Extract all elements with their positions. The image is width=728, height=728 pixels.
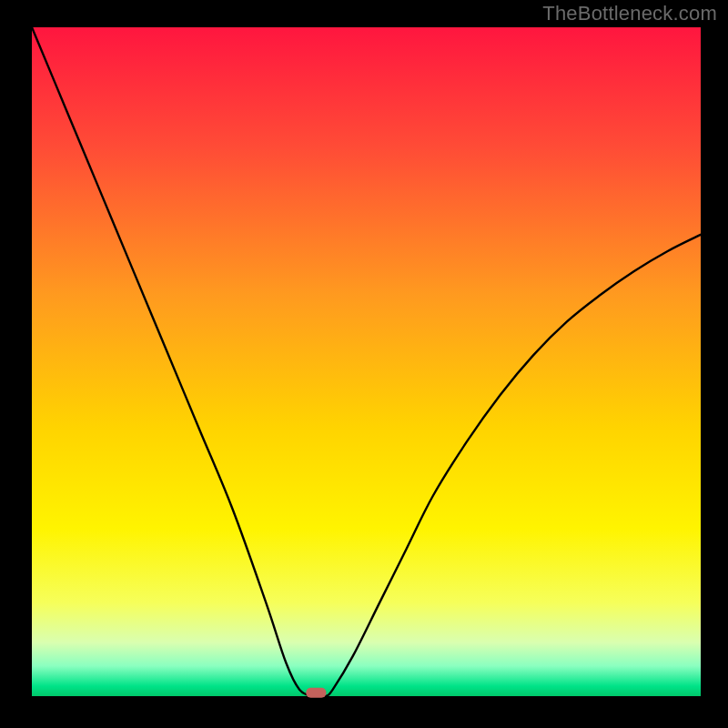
bottleneck-chart <box>0 0 728 728</box>
plot-background <box>32 27 701 696</box>
watermark-text: TheBottleneck.com <box>542 2 717 25</box>
optimum-marker <box>306 688 326 698</box>
chart-frame: TheBottleneck.com <box>0 0 728 728</box>
